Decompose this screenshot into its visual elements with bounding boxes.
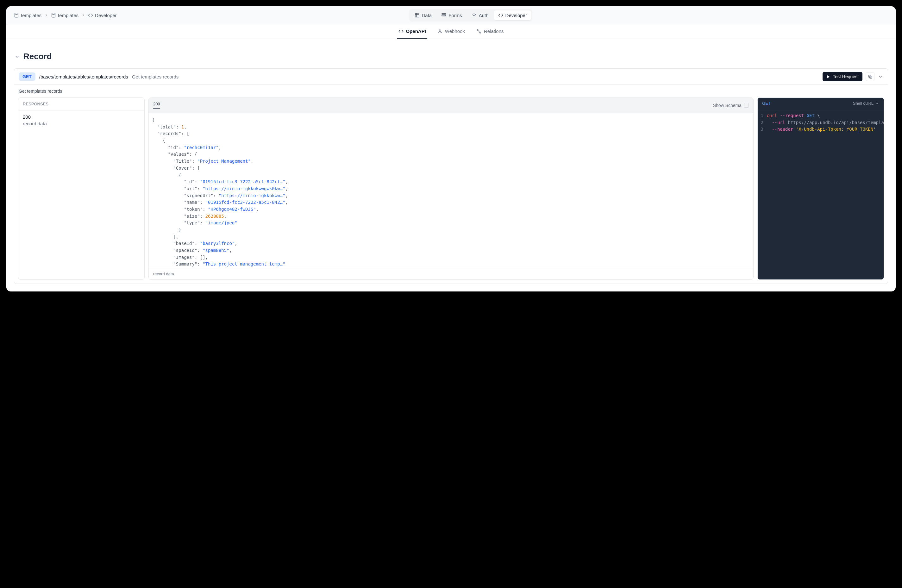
code-method: GET <box>762 101 770 106</box>
panels: RESPONSES 200 record data 200 Show Schem… <box>14 97 888 283</box>
svg-rect-2 <box>415 13 419 17</box>
example-footer: record data <box>149 268 753 280</box>
database-icon <box>14 13 19 18</box>
copy-icon <box>868 74 872 79</box>
breadcrumb-item-1[interactable]: templates <box>51 13 78 18</box>
example-head: 200 Show Schema <box>149 98 753 113</box>
response-label: record data <box>23 121 140 126</box>
copy-button[interactable] <box>866 72 874 81</box>
top-nav: Data Forms Auth Developer <box>409 9 532 22</box>
tab-data[interactable]: Data <box>410 11 436 20</box>
breadcrumb-label: templates <box>58 13 78 18</box>
forms-icon <box>441 13 446 18</box>
responses-panel: RESPONSES 200 record data <box>18 97 145 280</box>
chevron-down-icon <box>14 53 20 60</box>
webhook-icon <box>437 29 442 34</box>
tab-auth[interactable]: Auth <box>467 11 493 20</box>
test-request-button[interactable]: Test Request <box>822 72 863 81</box>
svg-point-9 <box>441 32 442 33</box>
chevron-down-icon <box>878 74 883 80</box>
svg-point-0 <box>15 13 18 14</box>
subtab-webhook[interactable]: Webhook <box>436 24 466 39</box>
section-title-text: Record <box>23 52 52 61</box>
topbar: templates templates Developer Data Forms <box>6 6 896 24</box>
svg-rect-6 <box>442 15 446 16</box>
tab-label: Data <box>422 13 432 18</box>
example-json: { "total": 1, "records": [ { "id": "rech… <box>149 113 753 268</box>
show-schema-toggle[interactable]: Show Schema <box>713 103 749 108</box>
chevron-right-icon <box>81 13 85 17</box>
breadcrumb: templates templates Developer <box>14 13 116 18</box>
breadcrumb-item-2[interactable]: Developer <box>88 13 116 18</box>
code-icon <box>88 13 93 18</box>
table-icon <box>415 13 420 18</box>
show-schema-label: Show Schema <box>713 103 742 108</box>
fingerprint-icon <box>471 13 477 18</box>
collapse-toggle[interactable] <box>878 74 883 80</box>
response-status: 200 <box>23 114 140 120</box>
endpoint-header: GET /bases/templates/tables/templates/re… <box>14 69 888 85</box>
breadcrumb-label: templates <box>21 13 41 18</box>
code-body: 1curl --request GET \ 2 --url https://ap… <box>758 109 884 136</box>
section-title[interactable]: Record <box>14 39 888 68</box>
database-icon <box>51 13 56 18</box>
play-icon <box>826 75 830 79</box>
subtab-label: Relations <box>484 28 504 34</box>
subtabs: OpenAPI Webhook Relations <box>6 24 896 39</box>
subtab-relations[interactable]: Relations <box>475 24 505 39</box>
lang-selector[interactable]: Shell cURL <box>853 101 879 106</box>
chevron-down-icon <box>875 101 879 105</box>
test-request-label: Test Request <box>833 74 859 79</box>
svg-point-7 <box>440 30 440 30</box>
subtab-label: OpenAPI <box>406 28 426 34</box>
content: Record GET /bases/templates/tables/templ… <box>6 39 896 291</box>
code-head: GET Shell cURL <box>758 98 884 109</box>
http-method-badge: GET <box>19 72 36 81</box>
code-icon <box>498 13 503 18</box>
tab-developer[interactable]: Developer <box>494 11 531 20</box>
code-icon <box>398 29 404 34</box>
subtab-openapi[interactable]: OpenAPI <box>397 24 427 39</box>
responses-heading: RESPONSES <box>18 98 144 111</box>
tab-label: Developer <box>506 13 527 18</box>
code-panel: GET Shell cURL 1curl --request GET \ 2 -… <box>757 97 884 280</box>
chevron-right-icon <box>44 13 49 17</box>
svg-marker-12 <box>827 75 830 78</box>
example-tab[interactable]: 200 <box>153 102 160 109</box>
endpoint-path: /bases/templates/tables/templates/record… <box>39 74 128 80</box>
svg-point-8 <box>438 32 439 33</box>
response-item[interactable]: 200 record data <box>18 111 144 130</box>
example-panel: 200 Show Schema { "total": 1, "records":… <box>149 97 753 280</box>
endpoint-title: Get templates records <box>132 74 179 80</box>
breadcrumb-item-0[interactable]: templates <box>14 13 41 18</box>
tab-label: Forms <box>448 13 462 18</box>
tab-forms[interactable]: Forms <box>437 11 466 20</box>
relations-icon <box>476 29 481 34</box>
breadcrumb-label: Developer <box>95 13 116 18</box>
app-window: templates templates Developer Data Forms <box>6 6 896 291</box>
lang-label: Shell cURL <box>853 101 874 106</box>
subtab-label: Webhook <box>445 28 465 34</box>
tab-label: Auth <box>479 13 489 18</box>
endpoint-description: Get templates records <box>14 85 888 97</box>
checkbox[interactable] <box>744 103 749 108</box>
endpoint-card: GET /bases/templates/tables/templates/re… <box>14 68 888 284</box>
svg-rect-5 <box>442 14 446 14</box>
svg-point-1 <box>52 13 55 14</box>
